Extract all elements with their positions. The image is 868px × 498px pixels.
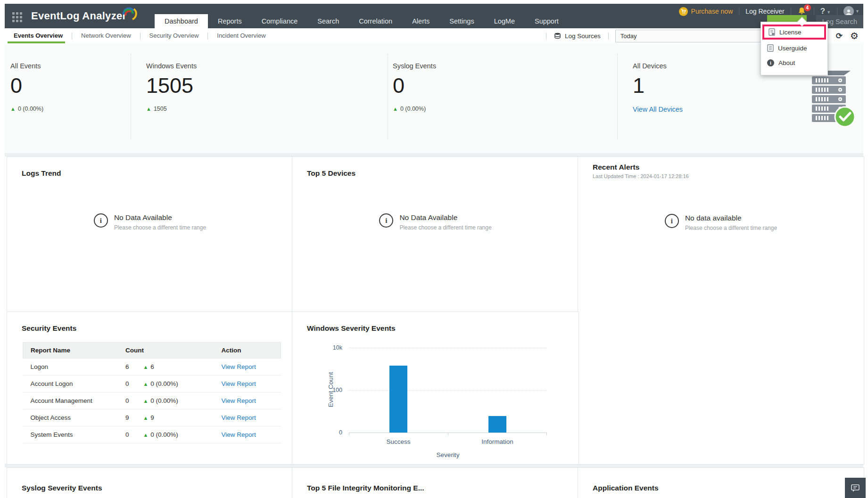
view-report-link[interactable]: View Report	[221, 431, 256, 438]
panel-recent-alerts: Recent Alerts Last Updated Time : 2024-0…	[578, 156, 864, 465]
refresh-icon[interactable]: ⟳	[830, 31, 848, 41]
axis-tick	[546, 433, 547, 435]
view-report-link[interactable]: View Report	[221, 363, 256, 370]
x-category-label: Success	[349, 438, 448, 445]
view-report-link[interactable]: View Report	[221, 380, 256, 387]
tab-security-overview[interactable]: Security Overview	[141, 28, 208, 43]
panel-syslog-severity: Syslog Severity Events	[7, 467, 293, 498]
table-row: System Events 0 ▲0 (0.00%) View Report	[23, 426, 281, 443]
logo-swirl-icon	[120, 5, 138, 24]
tab-logme[interactable]: LogMe	[484, 14, 525, 28]
help-icon: ?	[820, 7, 825, 16]
tab-reports[interactable]: Reports	[208, 14, 252, 28]
up-triangle-icon: ▲	[143, 398, 148, 404]
stat-delta: ▲1505	[146, 106, 197, 112]
view-report-link[interactable]: View Report	[221, 414, 256, 421]
userguide-document-icon	[767, 44, 774, 52]
chevron-down-icon: ▼	[827, 10, 831, 15]
divider	[814, 8, 814, 15]
tab-compliance[interactable]: Compliance	[252, 14, 308, 28]
up-triangle-icon: ▲	[393, 106, 398, 112]
stat-label: All Events	[10, 62, 43, 70]
chart-x-axis-label: Severity	[349, 451, 547, 458]
divider	[617, 54, 618, 139]
tab-dashboard[interactable]: Dashboard	[155, 14, 208, 28]
purchase-now-label: Purchase now	[691, 8, 733, 15]
up-triangle-icon: ▲	[143, 381, 148, 387]
up-triangle-icon: ▲	[10, 106, 16, 112]
app-grid-icon[interactable]	[12, 12, 23, 23]
view-report-link[interactable]: View Report	[221, 397, 256, 404]
divider	[131, 54, 131, 139]
menu-item-license[interactable]: License	[762, 24, 826, 40]
tab-search[interactable]: Search	[307, 14, 349, 28]
divider	[388, 54, 388, 139]
up-triangle-icon: ▲	[146, 106, 151, 112]
axis-tick	[349, 433, 349, 435]
menu-item-label: License	[779, 29, 802, 36]
table-header-row: Report Name Count Action	[23, 343, 281, 359]
panel-title: Logs Trend	[22, 169, 61, 178]
divider	[5, 153, 863, 156]
menu-item-userguide[interactable]: Userguide	[761, 41, 827, 56]
menu-item-label: About	[778, 59, 795, 66]
server-status-icon	[806, 68, 857, 130]
table-row: Account Logon 0 ▲0 (0.00%) View Report	[23, 376, 281, 392]
divider	[837, 8, 837, 15]
database-icon	[554, 33, 561, 40]
purchase-now-button[interactable]: Purchase now	[679, 7, 733, 16]
feedback-button[interactable]	[845, 478, 866, 498]
stat-value: 1	[633, 73, 683, 98]
gear-icon[interactable]: ⚙	[848, 30, 863, 41]
stat-label: All Devices	[633, 62, 683, 70]
overview-tabs: Events Overview Network Overview Securit…	[5, 28, 275, 43]
last-updated-time: Last Updated Time : 2024-01-17 12:28:16	[593, 173, 689, 179]
tab-events-overview[interactable]: Events Overview	[5, 28, 72, 43]
stat-value: 1505	[146, 73, 197, 98]
eventlog-analyzer-dashboard: EventLog Analyzer Purchase now Log Recei…	[0, 0, 868, 498]
tab-network-overview[interactable]: Network Overview	[72, 28, 140, 43]
bar-success[interactable]	[389, 366, 407, 433]
up-triangle-icon: ▲	[143, 415, 148, 421]
chart-title: Windows Severity Events	[307, 324, 396, 333]
stat-syslog-events: Syslog Events 0 ▲0 (0.00%)	[393, 62, 436, 112]
notifications-button[interactable]: 4	[797, 7, 808, 16]
check-circle-icon	[835, 107, 855, 127]
bar-information[interactable]	[488, 416, 506, 433]
divider	[791, 8, 791, 15]
up-triangle-icon: ▲	[143, 432, 148, 438]
tab-support[interactable]: Support	[525, 14, 569, 28]
tab-correlation[interactable]: Correlation	[349, 14, 402, 28]
no-data-message: i No Data Available Please choose a diff…	[292, 213, 579, 231]
help-menu-button[interactable]: ?▼	[820, 7, 831, 16]
panel-logs-trend: Logs Trend i No Data Available Please ch…	[7, 156, 293, 312]
log-receiver-link[interactable]: Log Receiver	[745, 8, 785, 15]
help-dropdown-menu: License Userguide i About	[761, 22, 828, 75]
stat-windows-events: Windows Events 1505 ▲1505	[146, 62, 197, 112]
gridline	[349, 390, 547, 391]
panel-windows-severity-events: Windows Severity Events Event Count 10k …	[292, 311, 579, 465]
table-row: Object Access 9 ▲9 View Report	[23, 409, 281, 426]
feedback-chat-icon	[850, 483, 860, 493]
info-circle-icon: i	[94, 213, 108, 228]
stat-label: Windows Events	[146, 62, 197, 70]
top-navbar: EventLog Analyzer Purchase now Log Recei…	[5, 4, 863, 28]
tab-alerts[interactable]: Alerts	[402, 14, 439, 28]
stat-all-events: All Events 0 ▲0 (0.00%)	[10, 62, 43, 112]
stat-delta: ▲0 (0.00%)	[10, 106, 43, 112]
tab-settings[interactable]: Settings	[439, 14, 484, 28]
stat-delta: ▲0 (0.00%)	[393, 106, 436, 112]
log-sources-button[interactable]: Log Sources	[546, 33, 608, 40]
chevron-down-icon: ▼	[855, 9, 860, 14]
y-tick: 0	[339, 429, 342, 436]
notification-badge: 4	[804, 4, 811, 11]
table-row: Logon 6 ▲6 View Report	[23, 359, 281, 376]
y-tick: 10k	[333, 344, 342, 351]
menu-item-about[interactable]: i About	[761, 56, 827, 70]
panel-title: Application Events	[593, 484, 659, 492]
view-all-devices-link[interactable]: View All Devices	[633, 106, 683, 113]
stat-value: 0	[10, 73, 43, 98]
app-logo[interactable]: EventLog Analyzer	[31, 9, 138, 24]
stat-label: Syslog Events	[393, 62, 436, 70]
tab-incident-overview[interactable]: Incident Overview	[208, 28, 274, 43]
